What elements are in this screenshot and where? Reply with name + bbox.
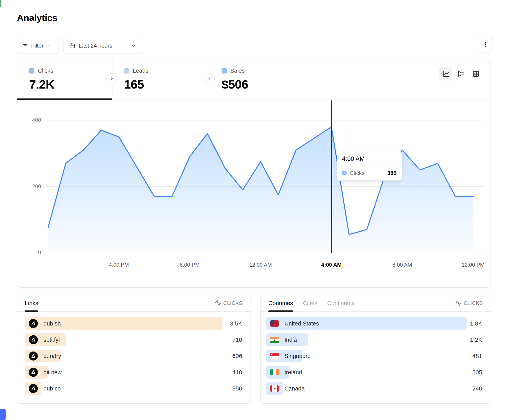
stat-label: Sales [230, 68, 245, 74]
date-range-label: Last 24 hours [79, 43, 112, 49]
clicks-area-chart[interactable] [17, 98, 491, 257]
y-axis-label: 200 [17, 183, 41, 190]
list-item[interactable]: Ireland305 [266, 366, 482, 379]
clicks-legend-swatch [342, 171, 347, 175]
filter-icon [22, 43, 28, 49]
list-item[interactable]: India1.2K [266, 333, 482, 346]
stat-chevron-button[interactable] [204, 73, 215, 84]
list-item[interactable]: spti.fyi716 [25, 333, 242, 346]
tooltip-time: 4:00 AM [337, 151, 402, 167]
stat-value: $506 [222, 77, 329, 91]
links-panel: Links CLICKS dub.sh3.5Kspti.fyi716d.to/t… [17, 295, 251, 404]
row-label: git.new [44, 369, 62, 376]
tab-countries[interactable]: Countries [268, 295, 293, 311]
floating-action-button[interactable] [0, 409, 6, 420]
stat-value: 165 [124, 77, 210, 91]
row-label: dub.sh [44, 320, 61, 327]
sg-flag-icon [270, 353, 279, 359]
row-value: 1.8K [470, 317, 482, 330]
x-axis-label: 12:00 PM [449, 262, 497, 268]
tooltip-series-label: Clicks [350, 170, 365, 176]
stat-chevron-button[interactable] [106, 73, 117, 84]
row-value: 350 [232, 382, 242, 395]
ca-flag-icon [270, 385, 279, 392]
tab-leads[interactable]: Leads 165 [112, 60, 210, 100]
x-axis-label: 4:00 AM [308, 262, 355, 268]
grid-icon [472, 70, 480, 78]
x-axis-label: 8:00 AM [379, 262, 426, 268]
y-axis-label: 400 [17, 117, 41, 123]
row-label: Canada [284, 385, 305, 392]
chart-tooltip: 4:00 AM Clicks 380 [337, 151, 402, 181]
countries-panel-header: CountriesCitiesContinents CLICKS [261, 295, 491, 312]
clicks-legend-swatch [29, 68, 34, 73]
chart-area-fill [48, 127, 473, 253]
date-range-button[interactable]: Last 24 hours [63, 38, 142, 54]
list-item[interactable]: dub.co350 [25, 382, 242, 395]
cursor-click-icon [455, 300, 462, 306]
stats-row: Clicks 7.2K Leads 165 Sales $506 [17, 60, 491, 100]
row-value: 410 [232, 366, 242, 379]
tab-links[interactable]: Links [25, 295, 38, 311]
us-flag-icon [270, 320, 279, 327]
list-item[interactable]: d.to/try606 [25, 350, 242, 362]
sales-legend-swatch [222, 68, 227, 73]
tab-cities[interactable]: Cities [303, 295, 317, 311]
list-item[interactable]: Canada240 [266, 382, 482, 395]
row-value: 1.2K [470, 333, 482, 346]
row-label: United States [284, 320, 319, 327]
stat-label: Clicks [38, 68, 53, 74]
row-value: 606 [232, 350, 242, 362]
row-label: spti.fyi [44, 337, 60, 343]
filter-label: Filter [31, 43, 44, 49]
line-chart-toggle[interactable] [439, 67, 452, 80]
x-axis-label: 4:00 PM [95, 262, 143, 268]
row-value: 3.5K [230, 317, 242, 330]
dub-logo-avatar [29, 335, 38, 344]
tooltip-series-value: 380 [387, 170, 396, 176]
in-flag-icon [270, 337, 279, 343]
tab-continents[interactable]: Continents [327, 295, 355, 311]
tab-sales[interactable]: Sales $506 [210, 60, 329, 100]
table-view-toggle[interactable] [469, 67, 482, 80]
page-edge-accent [0, 0, 1, 7]
row-value: 481 [472, 350, 482, 362]
row-label: dub.co [44, 385, 61, 392]
dub-logo-avatar [29, 384, 38, 393]
x-axis-label: 12:00 AM [237, 262, 284, 268]
page-title: Analytics [17, 12, 57, 23]
kebab-menu-icon [482, 41, 489, 48]
metric-header-label: CLICKS [223, 300, 243, 306]
calendar-icon [69, 43, 75, 49]
tab-clicks[interactable]: Clicks 7.2K [17, 60, 112, 100]
cursor-click-icon [215, 300, 221, 306]
x-axis-label: 8:00 PM [166, 262, 213, 268]
row-value: 716 [232, 333, 242, 346]
links-panel-header: Links CLICKS [17, 295, 251, 312]
chevron-right-icon [206, 76, 212, 82]
stat-label: Leads [133, 68, 148, 74]
leads-legend-swatch [124, 68, 129, 73]
dub-logo-avatar [29, 351, 38, 361]
row-label: Singapore [284, 353, 311, 359]
list-item[interactable]: git.new410 [25, 366, 242, 379]
funnel-chart-icon [457, 70, 465, 78]
row-label: Ireland [284, 369, 302, 376]
row-value: 240 [472, 382, 482, 395]
list-item[interactable]: dub.sh3.5K [25, 317, 242, 330]
chevron-down-icon [131, 43, 136, 49]
dub-logo-avatar [29, 368, 38, 377]
metric-header-label: CLICKS [463, 300, 483, 306]
funnel-chart-toggle[interactable] [454, 67, 467, 80]
ie-flag-icon [270, 369, 279, 376]
row-value: 305 [472, 366, 482, 379]
row-label: d.to/try [44, 353, 61, 359]
stat-value: 7.2K [29, 77, 112, 91]
list-item[interactable]: Singapore481 [266, 350, 482, 362]
chevron-down-icon [46, 43, 52, 49]
more-options-button[interactable] [479, 37, 492, 52]
row-label: India [284, 337, 297, 343]
list-item[interactable]: United States1.8K [266, 317, 482, 330]
filter-button[interactable]: Filter [17, 38, 59, 54]
line-chart-icon [441, 70, 450, 78]
